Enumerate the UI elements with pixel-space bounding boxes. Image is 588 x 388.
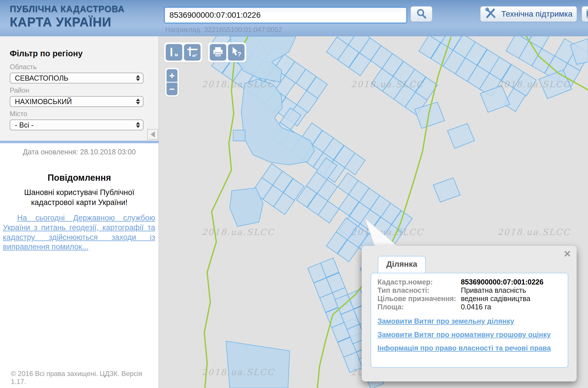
misto-label: Місто bbox=[10, 110, 143, 118]
select-misto-value: - Всі - bbox=[15, 121, 33, 129]
measure-length-button[interactable]: м bbox=[166, 44, 182, 61]
up-down-arrows-icon bbox=[136, 99, 140, 105]
select-oblast-value: СЕВАСТОПОЛЬ bbox=[15, 74, 68, 82]
message-title: Повідомлення bbox=[0, 173, 159, 183]
popup-row-cadastral-number: Кадастр.номер: 8536900000:07:001:0226 bbox=[377, 278, 561, 286]
zoom-control: + − bbox=[165, 68, 179, 97]
cursor-question-icon: ? bbox=[230, 46, 243, 59]
search-hint: Наприклад: 3221655100:01:047:0052 bbox=[165, 26, 282, 34]
select-oblast[interactable]: СЕВАСТОПОЛЬ bbox=[10, 73, 143, 83]
logo-line1: ПУБЛІЧНА КАДАСТРОВА bbox=[10, 4, 125, 14]
printer-icon bbox=[212, 46, 224, 59]
sidebar-info-panel: Дата оновлення: 28.10.2018 03:00 Повідом… bbox=[0, 143, 159, 252]
support-button-label: Технічна підтримка bbox=[501, 9, 572, 19]
popup-link-monetary-valuation[interactable]: Замовити Витяг про нормативну грошову оц… bbox=[377, 331, 561, 339]
popup-row-ownership-type: Тип власності: Приватна власність bbox=[377, 286, 561, 295]
raion-label: Район bbox=[10, 86, 143, 94]
zoom-in-button[interactable]: + bbox=[167, 69, 177, 82]
map-watermark: 2018.ua.SLCC bbox=[351, 227, 424, 237]
popup-row-area: Площа: 0.0416 га bbox=[377, 303, 561, 311]
left-triangle-icon bbox=[151, 131, 155, 138]
measure-area-button[interactable]: м² bbox=[184, 44, 201, 61]
support-button[interactable]: Технічна підтримка bbox=[480, 6, 577, 22]
select-raion-value: НАХІМОВСЬКИЙ bbox=[15, 98, 72, 106]
action-toolbar: ? bbox=[208, 42, 246, 62]
search-button[interactable] bbox=[411, 6, 432, 22]
message-intro: Шановні користувачі Публічної кадастрово… bbox=[9, 188, 150, 208]
map-watermark: 2018.ua.SLCC bbox=[202, 367, 275, 377]
svg-text:м²: м² bbox=[192, 53, 197, 58]
envelope-icon bbox=[586, 9, 588, 19]
oblast-label: Область bbox=[10, 63, 143, 71]
up-down-arrows-icon bbox=[136, 122, 140, 128]
header: ПУБЛІЧНА КАДАСТРОВА КАРТА УКРАЇНИ Наприк… bbox=[0, 0, 588, 36]
map-area: 2018.ua.SLCC2018.ua.SLCC2018.ua.SLCC2018… bbox=[159, 36, 588, 388]
popup-link-land-extract[interactable]: Замовити Витяг про земельну ділянку bbox=[377, 317, 561, 325]
measure-area-icon: м² bbox=[186, 46, 199, 59]
popup-row-purpose: Цільове призначення: ведення садівництва bbox=[377, 295, 561, 303]
sidebar-divider bbox=[0, 141, 159, 143]
search-input[interactable] bbox=[164, 7, 407, 23]
popup-link-ownership-info[interactable]: Інформація про право власності та речові… bbox=[377, 344, 561, 352]
app-window: ПУБЛІЧНА КАДАСТРОВА КАРТА УКРАЇНИ Наприк… bbox=[0, 0, 588, 388]
svg-text:м: м bbox=[175, 52, 178, 57]
select-misto[interactable]: - Всі - bbox=[10, 120, 143, 130]
message-link[interactable]: На сьогодні Державною службою України з … bbox=[3, 213, 155, 252]
sidebar: Фільтр по регіону Область СЕВАСТОПОЛЬ Ра… bbox=[0, 36, 159, 388]
map-watermark: 2018.ua.SLCC bbox=[497, 227, 570, 237]
measure-length-icon: м bbox=[168, 46, 180, 59]
zoom-out-button[interactable]: − bbox=[167, 83, 177, 95]
filter-title: Фільтр по регіону bbox=[10, 49, 143, 58]
popup-tab-dilyanka[interactable]: Ділянка bbox=[378, 256, 426, 273]
magnifier-icon bbox=[416, 8, 427, 20]
parcel-popup: × Ділянка Кадастр.номер: 8536900000:07:0… bbox=[362, 246, 577, 381]
map-watermark: 2018.ua.SLCC bbox=[202, 79, 275, 89]
popup-close-button[interactable]: × bbox=[564, 247, 571, 260]
crossed-tools-icon bbox=[485, 7, 497, 21]
map-watermark: 2018.ua.SLCC bbox=[497, 79, 570, 89]
up-down-arrows-icon bbox=[136, 75, 140, 81]
measure-toolbar: м м² bbox=[164, 42, 202, 62]
select-raion[interactable]: НАХІМОВСЬКИЙ bbox=[10, 96, 143, 107]
sidebar-collapse-button[interactable] bbox=[147, 129, 158, 140]
region-filter-panel: Фільтр по регіону Область СЕВАСТОПОЛЬ Ра… bbox=[0, 36, 159, 141]
update-date: Дата оновлення: 28.10.2018 03:00 bbox=[0, 148, 159, 156]
svg-text:?: ? bbox=[237, 51, 241, 58]
popup-panel: Кадастр.номер: 8536900000:07:001:0226 Ти… bbox=[371, 273, 568, 368]
map-watermark: 2018.ua.SLCC bbox=[202, 227, 275, 237]
app-logo: ПУБЛІЧНА КАДАСТРОВА КАРТА УКРАЇНИ bbox=[10, 4, 125, 29]
copyright-footer: © 2016 Всі права захищені. ЦДЗК. Версія … bbox=[11, 370, 159, 386]
cadastral-number-value: 8536900000:07:001:0226 bbox=[461, 278, 543, 286]
print-button[interactable] bbox=[210, 44, 226, 61]
feedback-button[interactable] bbox=[582, 6, 588, 22]
identify-button[interactable]: ? bbox=[228, 44, 245, 61]
map-watermark: 2018.ua.SLCC bbox=[351, 79, 424, 89]
logo-line2: КАРТА УКРАЇНИ bbox=[10, 15, 125, 29]
